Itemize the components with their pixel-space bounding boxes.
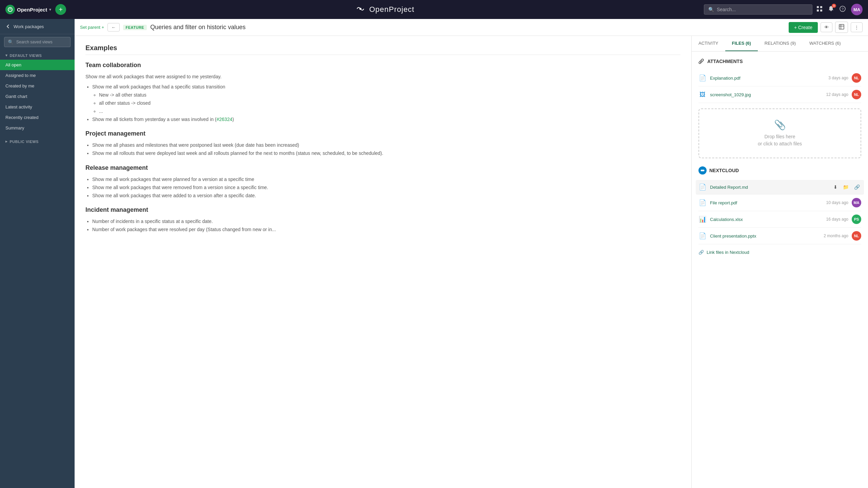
attachments-title: ATTACHMENTS	[707, 59, 743, 64]
file-time: 2 months ago	[824, 233, 848, 238]
sidebar-item-label: Latest activity	[5, 104, 32, 109]
search-input[interactable]	[717, 7, 808, 12]
file-avatar: MA	[852, 198, 861, 207]
file-link[interactable]: Explanation.pdf	[710, 76, 825, 81]
svg-point-1	[359, 8, 361, 10]
list-item: Show me all work packages that were remo…	[92, 184, 680, 192]
ticket-link[interactable]: #26324	[216, 117, 232, 122]
sidebar-item-created-by-me[interactable]: Created by me	[0, 81, 75, 91]
sidebar-item-label: Created by me	[5, 83, 34, 88]
sidebar-back-label: Work packages	[14, 24, 44, 29]
sidebar-item-latest-activity[interactable]: Latest activity	[0, 102, 75, 112]
pptx-icon: 📄	[698, 232, 707, 240]
nav-center: OpenProject	[70, 5, 700, 14]
nextcloud-header: NEXTCLOUD	[698, 166, 861, 175]
team-collaboration-list: Show me all work packages that had a spe…	[92, 83, 680, 123]
more-icon: ⋮	[854, 25, 859, 30]
public-views-section[interactable]: ▸ PUBLIC VIEWS	[0, 136, 75, 146]
app-logo[interactable]: OpenProject ▾	[5, 5, 51, 14]
list-item: Show me all work packages that were adde…	[92, 192, 680, 200]
release-management-heading: Release management	[85, 164, 680, 171]
sidebar-item-gantt-chart[interactable]: Gantt chart	[0, 91, 75, 102]
file-link[interactable]: Detailed Report.md	[710, 185, 829, 190]
more-options-button[interactable]: ⋮	[851, 22, 863, 32]
list-item: Show me all phases and milestones that w…	[92, 141, 680, 149]
user-avatar[interactable]: MA	[851, 4, 863, 15]
nav-right-actions: 9 ? MA	[816, 4, 863, 15]
sidebar-item-label: Gantt chart	[5, 94, 27, 99]
download-button[interactable]: ⬇	[832, 184, 839, 190]
project-management-list: Show me all phases and milestones that w…	[92, 141, 680, 158]
file-time: 3 days ago	[828, 76, 848, 80]
create-button[interactable]: + Create	[789, 22, 818, 33]
link-nextcloud-label: Link files in Nextcloud	[707, 250, 749, 255]
app-name: OpenProject	[17, 7, 47, 13]
sidebar-back-button[interactable]: Work packages	[0, 19, 75, 34]
eye-icon: 👁	[824, 25, 829, 30]
chevron-icon: ▾	[49, 7, 51, 12]
sidebar-item-recently-created[interactable]: Recently created	[0, 112, 75, 123]
file-avatar: NL	[852, 231, 861, 241]
file-time: 10 days ago	[826, 200, 848, 205]
description-panel: Examples Team collaboration Show me all …	[75, 36, 692, 488]
sidebar-item-label: Recently created	[5, 115, 39, 120]
unlink-button[interactable]: 🔗	[853, 184, 861, 190]
svg-text:?: ?	[842, 7, 844, 11]
file-link[interactable]: Calculations.xlsx	[710, 217, 823, 222]
file-avatar: PS	[852, 215, 861, 224]
sidebar-item-label: Assigned to me	[5, 73, 36, 78]
top-navigation: OpenProject ▾ + OpenProject 🔍 9	[0, 0, 868, 19]
content-area: Set parent + ← FEATURE Queries and filte…	[75, 19, 868, 488]
file-item: 📊 Calculations.xlsx 16 days ago PS	[698, 211, 861, 228]
drop-text: Drop files here or click to attach files	[758, 133, 802, 147]
expand-icon	[839, 25, 844, 30]
file-item: 📄 Detailed Report.md ⬇ 📁 🔗	[696, 180, 864, 195]
expand-button[interactable]	[835, 22, 848, 33]
link-nextcloud-button[interactable]: 🔗 Link files in Nextcloud	[698, 247, 861, 258]
watch-button[interactable]: 👁	[821, 22, 832, 32]
file-link[interactable]: Client presentation.pptx	[710, 233, 820, 239]
default-views-section[interactable]: ▾ DEFAULT VIEWS	[0, 50, 75, 60]
nav-logo: OpenProject	[369, 5, 414, 14]
files-panel: ACTIVITY FILES (6) RELATIONS (9) WATCHER…	[692, 36, 868, 488]
drop-zone[interactable]: 📎 Drop files here or click to attach fil…	[698, 108, 861, 158]
split-view: Examples Team collaboration Show me all …	[75, 36, 868, 488]
help-button[interactable]: ?	[840, 6, 846, 14]
list-item: Number of work packages that were resolv…	[92, 226, 680, 234]
search-views-input[interactable]	[16, 40, 67, 44]
incident-management-heading: Incident management	[85, 206, 680, 214]
global-search[interactable]: 🔍	[704, 4, 812, 15]
new-item-button[interactable]: +	[55, 4, 66, 15]
notification-badge: 9	[832, 4, 836, 8]
nextcloud-label: NEXTCLOUD	[709, 168, 739, 173]
pdf-icon: 📄	[698, 74, 707, 82]
sidebar-item-assigned-to-me[interactable]: Assigned to me	[0, 70, 75, 81]
doc-icon: 📄	[698, 183, 707, 191]
search-views-container[interactable]: 🔍	[4, 37, 71, 47]
svg-point-11	[703, 170, 705, 171]
tab-activity[interactable]: ACTIVITY	[692, 36, 725, 51]
list-item: Number of incidents in a specific status…	[92, 218, 680, 226]
set-parent-button[interactable]: Set parent +	[80, 25, 104, 30]
sidebar-item-all-open[interactable]: All open	[0, 60, 75, 70]
file-time: 12 days ago	[826, 92, 848, 97]
svg-rect-3	[820, 6, 822, 8]
file-link[interactable]: File report.pdf	[710, 200, 823, 205]
back-button[interactable]: ←	[107, 23, 119, 32]
file-item: 📄 Explanation.pdf 3 days ago NL	[698, 70, 861, 86]
sidebar-item-summary[interactable]: Summary	[0, 123, 75, 133]
file-link[interactable]: screenshot_1029.jpg	[710, 92, 823, 97]
team-collaboration-intro: Show me all work packages that were assi…	[85, 73, 680, 80]
folder-button[interactable]: 📁	[842, 184, 850, 190]
notifications-button[interactable]: 9	[828, 6, 834, 14]
main-layout: Work packages 🔍 ▾ DEFAULT VIEWS All open…	[0, 19, 868, 488]
grid-icon[interactable]	[816, 6, 823, 14]
search-icon: 🔍	[708, 7, 714, 12]
file-actions: ⬇ 📁 🔗	[832, 184, 861, 190]
tab-watchers[interactable]: WATCHERS (6)	[803, 36, 847, 51]
tab-relations[interactable]: RELATIONS (9)	[758, 36, 803, 51]
project-management-heading: Project management	[85, 130, 680, 137]
tab-files[interactable]: FILES (6)	[725, 36, 758, 51]
external-link-icon: 🔗	[698, 250, 704, 255]
svg-rect-4	[817, 9, 819, 12]
